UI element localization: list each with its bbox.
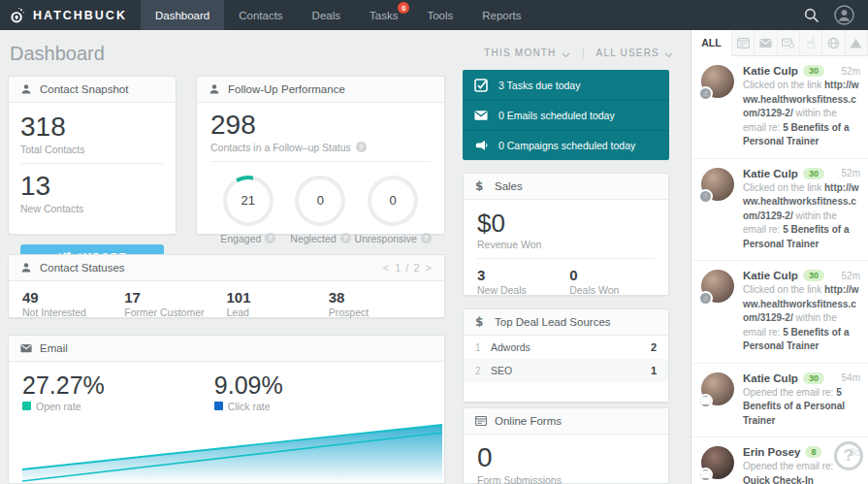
sales-card: $ Sales $0 Revenue Won 3 New Deals: [463, 173, 669, 296]
rate-value: 9.09%: [214, 371, 406, 400]
activity-text: Clicked on the link: [743, 284, 824, 295]
today-notifications-panel: 3 Tasks due today 0 Emails scheduled tod…: [463, 70, 669, 160]
activity-icon-tab[interactable]: [755, 30, 777, 56]
notification-row[interactable]: 0 Campaigns scheduled today: [463, 130, 669, 160]
tab-all-label: ALL: [701, 37, 721, 48]
donut-label: Engaged: [220, 233, 261, 244]
lead-sources-card: $ Top Deal Lead Sources 1 Adwords 2 2 SE…: [463, 308, 669, 403]
contact-name: Katie Culp: [743, 168, 798, 179]
follow-up-header: Follow-Up Performance: [197, 77, 444, 103]
sales-stat-value: 0: [569, 267, 619, 283]
email-icon: [20, 342, 32, 354]
notification-icon: [474, 139, 488, 152]
contact-statuses-header: Contact Statuses < 1 / 2 >: [9, 255, 444, 281]
activity-icon-tab[interactable]: [822, 30, 845, 56]
stat-label: New Contacts: [20, 203, 164, 214]
status-stat: 49 Not Interested: [22, 289, 124, 318]
nav-item[interactable]: Deals: [298, 0, 355, 30]
contact-avatar: ☝: [701, 65, 734, 98]
lead-source-row[interactable]: 2 SEO 1: [464, 359, 668, 382]
status-value: 101: [227, 289, 329, 306]
notification-row[interactable]: 3 Tasks due today: [463, 70, 669, 100]
revenue-value: $0: [477, 210, 655, 238]
sales-stat-value: 3: [477, 267, 569, 283]
contact-statuses-title: Contact Statuses: [40, 262, 125, 274]
contact-avatar: ☝: [701, 168, 734, 201]
activity-feed-item[interactable]: Katie Culp 30 54m Opened the email re: 5…: [691, 364, 868, 438]
help-icon[interactable]: ?: [265, 233, 275, 243]
help-icon[interactable]: ?: [421, 233, 432, 243]
nav-item[interactable]: Tasks 0: [355, 0, 412, 30]
activity-feed-item[interactable]: ☝ Katie Culp 30 52m Clicked on the link …: [691, 159, 868, 262]
tab-icon: [782, 37, 794, 49]
filter-dropdown[interactable]: ALL USERS: [583, 48, 673, 58]
next-page-arrow[interactable]: >: [426, 262, 433, 274]
activity-icon-tab[interactable]: [732, 30, 755, 56]
help-button[interactable]: ?: [834, 441, 863, 470]
status-value: 49: [22, 289, 124, 306]
lead-source-row[interactable]: 1 Adwords 2: [464, 336, 668, 359]
activity-description: Clicked on the link http://www.healthwor…: [743, 79, 860, 149]
nav-item[interactable]: Dashboard: [141, 0, 224, 30]
nav-item[interactable]: Reports: [467, 0, 535, 30]
sales-stat: 3 New Deals: [477, 267, 569, 296]
donut-ring: 21: [223, 176, 273, 226]
activity-icon-tab[interactable]: ☝: [800, 30, 822, 56]
status-stat: 38 Prospect: [329, 289, 431, 318]
online-forms-body: 0 Form Submissions: [464, 435, 668, 484]
contact-icon: [209, 83, 220, 95]
dollar-icon: $: [475, 180, 487, 192]
activity-timestamp: 54m: [842, 372, 860, 383]
contact-icon: [20, 83, 32, 95]
stat-value: 13: [20, 172, 164, 202]
follow-up-body: 298 Contacts in a Follow–up Status ? 21: [197, 103, 444, 254]
follow-up-performance-card: Follow-Up Performance 298 Contacts in a …: [196, 76, 445, 235]
donut-ring: 0: [295, 176, 345, 226]
activity-feed-item[interactable]: ☝ Katie Culp 30 52m Clicked on the link …: [691, 56, 868, 159]
sales-stat: 0 Deals Won: [569, 267, 619, 296]
contact-avatar: [701, 446, 734, 479]
online-forms-header: Online Forms: [464, 408, 668, 435]
rate-label: Open rate: [36, 401, 81, 412]
lead-source-rank: 1: [475, 342, 491, 353]
feed-item-body: Katie Culp 30 52m Clicked on the link ht…: [743, 270, 860, 354]
user-avatar-icon[interactable]: [834, 5, 854, 25]
activity-description: Clicked on the link http://www.healthwor…: [743, 181, 860, 252]
activity-text: Quick Check-In: [743, 475, 814, 484]
dashboard-filters: THIS MONTH ALL USERS: [484, 48, 673, 58]
lead-sources-header: $ Top Deal Lead Sources: [464, 309, 668, 336]
search-icon[interactable]: [804, 8, 819, 22]
help-icon[interactable]: ?: [356, 142, 367, 152]
prev-page-arrow[interactable]: <: [383, 262, 390, 274]
tab-all[interactable]: ALL: [691, 30, 732, 56]
hatchbuck-dashboard: HATCHBUCK Dashboard Contacts Deals: [0, 0, 868, 484]
nav-item-label: Contacts: [239, 10, 282, 21]
lead-source-count: 2: [651, 341, 657, 353]
nav-item[interactable]: Tools: [412, 0, 467, 30]
activity-feed-item[interactable]: ☝ Katie Culp 30 52m Clicked on the link …: [691, 261, 868, 364]
contact-statuses-card: Contact Statuses < 1 / 2 > 49 Not Intere…: [8, 254, 445, 318]
donut-label: Neglected: [290, 233, 336, 244]
sales-title: Sales: [495, 180, 523, 192]
email-title: Email: [40, 342, 68, 354]
activity-timestamp: 52m: [842, 66, 860, 77]
form-submissions-value: 0: [477, 443, 655, 473]
activity-type-icon: [698, 468, 713, 482]
activity-icon-tab[interactable]: [846, 30, 868, 56]
help-icon[interactable]: ?: [340, 233, 351, 243]
tab-icon: [759, 37, 772, 49]
filter-dropdown[interactable]: THIS MONTH: [484, 48, 569, 58]
email-rate-stat: 27.27% Open rate: [22, 371, 214, 412]
lead-sources-list: 1 Adwords 2 2 SEO 1: [464, 336, 668, 382]
feed-item-body: Katie Culp 30 52m Clicked on the link ht…: [743, 65, 860, 149]
email-header: Email: [9, 336, 444, 362]
tab-icon: [737, 37, 750, 49]
sales-stat-label: New Deals: [477, 284, 569, 296]
brand-logo[interactable]: HATCHBUCK: [0, 0, 141, 30]
activity-icon-tab[interactable]: [778, 30, 800, 56]
contact-score-badge: 30: [803, 168, 824, 179]
email-rate-stat: 9.09% Click rate: [214, 371, 406, 412]
notification-row[interactable]: 0 Emails scheduled today: [463, 100, 669, 130]
nav-item[interactable]: Contacts: [224, 0, 297, 30]
notification-text: 0 Campaigns scheduled today: [498, 140, 635, 151]
